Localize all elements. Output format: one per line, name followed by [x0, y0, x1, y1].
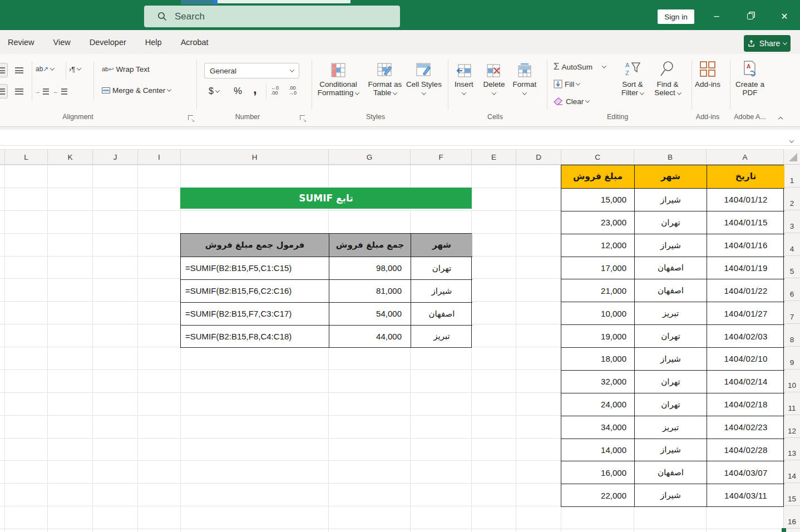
clear-button[interactable]: Clear: [554, 94, 589, 109]
cell-amount[interactable]: 21,000: [561, 279, 634, 302]
cell-date[interactable]: 1404/02/10: [707, 347, 784, 370]
search-box[interactable]: [144, 6, 400, 27]
sumif-city-cell[interactable]: شیراز: [411, 279, 472, 302]
decrease-decimal-button[interactable]: .00→0: [289, 83, 297, 98]
merge-center-button[interactable]: Merge & Center: [102, 83, 171, 97]
currency-format-button[interactable]: $: [209, 84, 219, 98]
restore-button[interactable]: [739, 8, 761, 24]
row-header-10[interactable]: 10: [784, 370, 800, 392]
share-button[interactable]: Share: [744, 35, 791, 52]
cell-date[interactable]: 1404/01/12: [707, 188, 784, 211]
sort-filter-button[interactable]: AZ Sort & Filter: [615, 58, 650, 97]
cell-amount[interactable]: 22,000: [561, 484, 634, 506]
orientation-button[interactable]: ab↗: [36, 62, 54, 76]
cell-date[interactable]: 1404/01/22: [707, 279, 784, 302]
cell-city[interactable]: اصفهان: [634, 257, 707, 279]
column-header-D[interactable]: D: [516, 150, 561, 165]
cell-city[interactable]: اصفهان: [634, 461, 707, 484]
cell-styles-button[interactable]: Cell Styles: [404, 58, 444, 97]
column-header-A[interactable]: A: [706, 150, 783, 165]
row-header-8[interactable]: 8: [784, 324, 800, 347]
sumif-title-banner[interactable]: تابع SUMIF: [180, 188, 472, 209]
sign-in-button[interactable]: Sign in: [658, 9, 694, 24]
column-header-G[interactable]: G: [328, 150, 410, 165]
cell-amount[interactable]: 10,000: [561, 302, 634, 324]
sales-header-city[interactable]: شهر: [634, 165, 707, 188]
cell-date[interactable]: 1404/02/23: [707, 416, 784, 439]
column-header-H[interactable]: H: [180, 150, 328, 165]
column-header-J[interactable]: J: [92, 150, 137, 165]
cell-date[interactable]: 1404/01/19: [707, 257, 784, 279]
select-all-corner[interactable]: [783, 149, 800, 165]
format-cells-button[interactable]: Format: [510, 58, 540, 97]
row-header-11[interactable]: 11: [784, 392, 800, 415]
format-as-table-button[interactable]: Format as Table: [363, 58, 407, 97]
row-header-14[interactable]: 14: [784, 460, 800, 483]
search-input[interactable]: [175, 11, 375, 22]
sumif-sum-cell[interactable]: 54,000: [329, 302, 411, 325]
align-button-cropped-bottom[interactable]: [0, 84, 8, 98]
worksheet[interactable]: LKJIHGFEDCBA 12345678910111213141516 تاب…: [0, 146, 800, 532]
collapse-ribbon-button[interactable]: [779, 113, 782, 123]
sales-header-amount[interactable]: مبلغ فروش: [561, 165, 634, 188]
autosum-button[interactable]: Σ AutoSum: [554, 60, 606, 74]
column-header-E[interactable]: E: [471, 150, 516, 165]
insert-cells-button[interactable]: Insert: [450, 58, 478, 97]
cell-amount[interactable]: 18,000: [561, 347, 634, 370]
cell-date[interactable]: 1404/02/14: [707, 370, 784, 393]
expand-formula-bar-button[interactable]: [790, 135, 793, 145]
cell-city[interactable]: شیراز: [634, 439, 707, 461]
tab-acrobat[interactable]: Acrobat: [180, 35, 210, 50]
sumif-header-city[interactable]: شهر: [411, 234, 472, 257]
sumif-city-cell[interactable]: تهران: [411, 257, 472, 279]
number-dialog-launcher[interactable]: [299, 114, 306, 121]
cell-date[interactable]: 1404/01/16: [707, 234, 784, 257]
cell-city[interactable]: شیراز: [634, 347, 707, 370]
cell-date[interactable]: 1404/02/03: [707, 324, 784, 347]
cell-amount[interactable]: 15,000: [561, 188, 634, 211]
percent-format-button[interactable]: %: [234, 84, 242, 98]
cell-amount[interactable]: 12,000: [561, 234, 634, 257]
row-header-2[interactable]: 2: [784, 188, 800, 210]
tab-help[interactable]: Help: [144, 35, 163, 50]
tab-developer[interactable]: Developer: [88, 35, 127, 50]
row-header-1[interactable]: 1: [784, 165, 800, 188]
decrease-indent-button[interactable]: ←: [53, 84, 67, 98]
row-header-9[interactable]: 9: [784, 347, 800, 370]
column-header-B[interactable]: B: [634, 150, 706, 165]
cell-city[interactable]: تبریز: [634, 416, 707, 439]
row-header-16[interactable]: 16: [784, 506, 800, 529]
formula-bar[interactable]: [0, 130, 800, 146]
row-header-15[interactable]: 15: [784, 483, 800, 506]
alignment-dialog-launcher[interactable]: [187, 114, 194, 121]
column-header-L[interactable]: L: [4, 150, 47, 165]
close-button[interactable]: ✕: [773, 8, 796, 24]
sales-header-date[interactable]: تاریخ: [707, 165, 784, 188]
sumif-header-sum[interactable]: جمع مبلغ فروش: [329, 234, 411, 257]
cell-date[interactable]: 1404/03/11: [707, 484, 784, 506]
wrap-text-button[interactable]: ab↩ Wrap Text: [102, 62, 150, 76]
sumif-formula-cell[interactable]: =SUMIF(B2:B15,F8,C4:C18): [181, 325, 329, 348]
cell-amount[interactable]: 32,000: [561, 370, 634, 393]
column-header-I[interactable]: I: [137, 150, 180, 165]
increase-indent-button[interactable]: →: [34, 84, 49, 98]
delete-cells-button[interactable]: Delete: [480, 58, 508, 97]
row-header-5[interactable]: 5: [784, 256, 800, 279]
row-header-3[interactable]: 3: [784, 210, 800, 233]
cell-city[interactable]: شیراز: [634, 188, 707, 211]
cell-amount[interactable]: 16,000: [561, 461, 634, 484]
cell-city[interactable]: تهران: [634, 211, 707, 234]
tab-review[interactable]: Review: [7, 35, 36, 50]
cell-amount[interactable]: 24,000: [561, 393, 634, 416]
column-header-C[interactable]: C: [561, 150, 634, 165]
add-ins-button[interactable]: Add-ins: [690, 58, 725, 88]
column-header-F[interactable]: F: [410, 150, 471, 165]
cell-city[interactable]: شیراز: [634, 234, 707, 257]
sumif-formula-cell[interactable]: =SUMIF(B2:B15,F7,C3:C17): [181, 302, 329, 325]
cell-date[interactable]: 1404/01/15: [707, 211, 784, 234]
row-header-6[interactable]: 6: [784, 278, 800, 301]
align-left-button[interactable]: [15, 84, 23, 98]
cell-amount[interactable]: 14,000: [561, 439, 634, 461]
sumif-formula-cell[interactable]: =SUMIF(B2:B15,F5,C1:C15): [181, 257, 329, 279]
row-header-12[interactable]: 12: [784, 415, 800, 438]
